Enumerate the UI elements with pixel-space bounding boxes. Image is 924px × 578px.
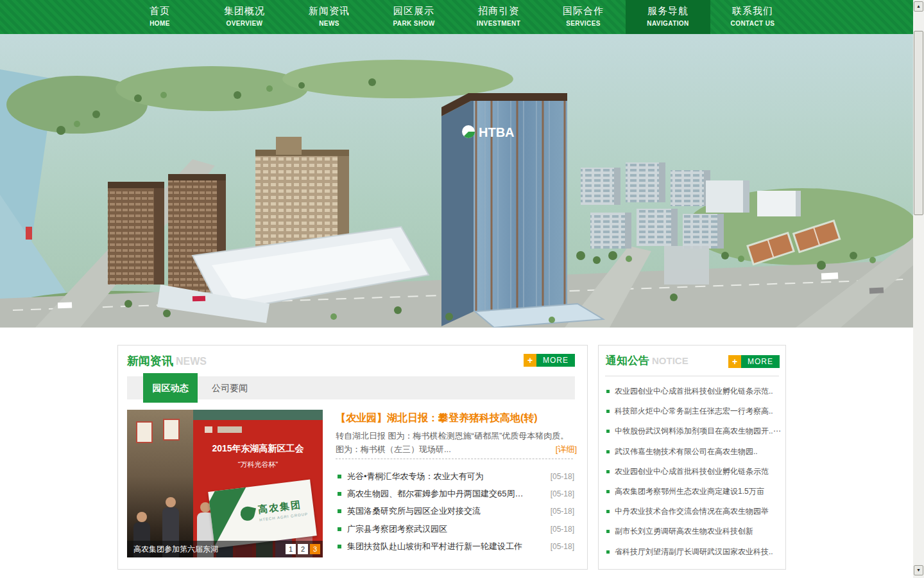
nav-items: 首页 HOME 集团概况 OVERVIEW 新闻资讯 NEWS 园区展示 PAR…	[117, 0, 795, 34]
notice-divider	[605, 376, 779, 376]
bullet-icon	[338, 527, 341, 531]
news-item-date: [05-18]	[545, 472, 574, 481]
notice-item-title: 省科技厅刘望清副厅长调研武汉国家农业科技..	[615, 547, 773, 557]
nav-item-news[interactable]: 新闻资讯 NEWS	[287, 0, 372, 34]
news-panel: 新闻资讯NEWS + MORE 园区动态 公司要闻 2015年东湖高新区工会 “…	[117, 345, 588, 570]
nav-label-zh: 首页	[117, 5, 202, 17]
news-item-date: [05-18]	[545, 542, 574, 551]
news-item-title: 集团扶贫队赴山坡街和平村进行新一轮建设工作	[347, 541, 522, 552]
nav-label-en: NAVIGATION	[626, 20, 710, 27]
featured-article-title[interactable]: 【农业园】湖北日报：攀登养猪科技高地(转)	[336, 412, 579, 425]
top-navigation: 首页 HOME 集团概况 OVERVIEW 新闻资讯 NEWS 园区展示 PAR…	[0, 0, 913, 34]
notice-list-item[interactable]: 农业园创业中心成首批科技创业孵化链条示范..	[606, 381, 782, 401]
photo-banner-scene: 2015年东湖高新区工会 “万科光谷杯” 高农集团 HTECH AGRI GRO…	[193, 410, 323, 557]
nav-label-en: NEWS	[287, 20, 372, 27]
pager-1[interactable]: 1	[286, 544, 296, 554]
nav-label-en: INVESTMENT	[456, 20, 541, 27]
news-item-date: [05-18]	[545, 489, 574, 498]
news-list-item[interactable]: 高农生物园、都尔霍姆参加中丹两国建交65周… [05-18]	[338, 485, 574, 502]
bullet-icon	[338, 545, 341, 548]
bullet-icon	[338, 509, 341, 513]
more-label: MORE	[741, 355, 780, 368]
hero-image: HTBA	[0, 34, 913, 328]
bullet-icon	[606, 510, 610, 513]
nav-item-overview[interactable]: 集团概况 OVERVIEW	[202, 0, 287, 34]
notice-list-item[interactable]: 科技部火炬中心常务副主任张志宏一行考察高..	[606, 401, 782, 421]
bullet-icon	[606, 410, 610, 413]
htba-logo: HTBA	[462, 125, 515, 139]
news-item-title: 高农生物园、都尔霍姆参加中丹两国建交65周…	[347, 488, 523, 500]
nav-label-en: HOME	[117, 20, 202, 27]
notice-list-item[interactable]: 中丹农业技术合作交流会情况在高农生物园举	[606, 502, 782, 521]
notice-item-title: 副市长刘立勇调研高农生物农业科技创新	[615, 526, 753, 537]
news-slide-photo[interactable]: 2015年东湖高新区工会 “万科光谷杯” 高农集团 HTECH AGRI GRO…	[127, 410, 323, 557]
scroll-down-arrow[interactable]: ▼	[914, 565, 923, 575]
notice-item-title: 科技部火炬中心常务副主任张志宏一行考察高..	[615, 406, 773, 417]
more-label: MORE	[536, 354, 575, 367]
pager-3-active[interactable]: 3	[310, 544, 320, 554]
scroll-up-arrow[interactable]: ▲	[914, 1, 923, 12]
nav-item-services[interactable]: 国际合作 SERVICES	[541, 0, 626, 34]
bullet-icon	[606, 530, 610, 533]
wall-strip	[193, 410, 323, 420]
slide-caption-bar: 高农集团参加第六届东湖 1 2 3	[127, 541, 323, 557]
notice-list-item[interactable]: 副市长刘立勇调研高农生物农业科技创新	[606, 521, 782, 541]
nav-item-navigation[interactable]: 服务导航 NAVIGATION	[626, 0, 710, 34]
certificate-frame	[136, 421, 153, 443]
certificate-frame	[163, 419, 180, 441]
notice-list-item[interactable]: 武汉伟嘉生物技术有限公司在高农生物园..	[606, 442, 782, 462]
notice-panel: 通知公告NOTICE + MORE 农业园创业中心成首批科技创业孵化链条示范..…	[598, 345, 786, 570]
bullet-icon	[606, 550, 610, 554]
bullet-icon	[606, 450, 610, 453]
plus-icon: +	[728, 355, 741, 368]
notice-item-title: 武汉伟嘉生物技术有限公司在高农生物园..	[615, 446, 758, 457]
tab-park-news[interactable]: 园区动态	[143, 373, 198, 403]
notice-item-title: 高农集团考察鄂州生态农业商定建设1.5万亩	[615, 486, 764, 497]
dashed-divider	[336, 459, 573, 459]
nav-item-home[interactable]: 首页 HOME	[117, 0, 202, 34]
news-list-item[interactable]: 英国洛桑研究所与园区企业对接交流 [05-18]	[338, 503, 574, 520]
notice-item-title: 中丹农业技术合作交流会情况在高农生物园举	[615, 506, 769, 517]
banner-text-line2: “万科光谷杯”	[193, 460, 323, 469]
nav-label-zh: 新闻资讯	[287, 5, 372, 17]
notice-title-en: NOTICE	[652, 355, 689, 366]
nav-label-en: PARK SHOW	[372, 20, 456, 27]
nav-label-zh: 园区展示	[372, 5, 456, 17]
bullet-icon	[338, 492, 341, 496]
nav-item-investment[interactable]: 招商引资 INVESTMENT	[456, 0, 541, 34]
notice-list-item[interactable]: 农业园创业中心成首批科技创业孵化链条示范	[606, 462, 782, 482]
bullet-icon	[338, 475, 341, 478]
photo-left-scene	[127, 410, 193, 557]
notice-list-item[interactable]: 中牧股份武汉饲料添加剂项目在高农生物园开..⋯	[606, 421, 782, 441]
news-more-button[interactable]: + MORE	[524, 354, 575, 367]
featured-article-excerpt: 转自湖北日报 图为：梅书棋检测恩施“硒都黑”优质母本猪肉质。 图为：梅书棋（左三…	[336, 429, 572, 456]
nav-label-zh: 集团概况	[202, 5, 287, 17]
vertical-scrollbar[interactable]: ▲ ▼	[913, 0, 924, 578]
bullet-icon	[606, 490, 610, 493]
plus-icon: +	[524, 354, 536, 367]
detail-link[interactable]: [详细]	[556, 442, 577, 456]
notice-list-item[interactable]: 高农集团考察鄂州生态农业商定建设1.5万亩	[606, 482, 782, 502]
notice-item-title: 农业园创业中心成首批科技创业孵化链条示范	[615, 466, 769, 477]
pager-2[interactable]: 2	[298, 544, 308, 554]
news-list: 光谷•青桐汇华农专场：农业大有可为 [05-18] 高农生物园、都尔霍姆参加中丹…	[338, 468, 574, 556]
banner-text-line1: 2015年东湖高新区工会	[193, 443, 323, 455]
tab-company-news[interactable]: 公司要闻	[212, 376, 248, 399]
nav-label-zh: 服务导航	[626, 5, 710, 17]
bullet-icon	[606, 430, 610, 433]
nav-label-zh: 招商引资	[456, 5, 541, 17]
bullet-icon	[606, 470, 610, 473]
notice-list-item[interactable]: 省科技厅刘望清副厅长调研武汉国家农业科技..	[606, 542, 782, 562]
notice-more-button[interactable]: + MORE	[728, 355, 780, 368]
scrollbar-thumb[interactable]	[914, 31, 923, 215]
news-tab-bar: 园区动态 公司要闻	[127, 376, 575, 399]
news-title-en: NEWS	[176, 356, 207, 367]
news-list-item[interactable]: 广宗县考察团考察武汉园区 [05-18]	[338, 520, 574, 538]
news-list-item[interactable]: 光谷•青桐汇华农专场：农业大有可为 [05-18]	[338, 468, 574, 485]
notice-item-title: 中牧股份武汉饲料添加剂项目在高农生物园开..⋯	[615, 426, 781, 437]
news-list-item[interactable]: 集团扶贫队赴山坡街和平村进行新一轮建设工作 [05-18]	[338, 538, 574, 556]
htba-logo-text: HTBA	[479, 125, 515, 139]
nav-item-park-show[interactable]: 园区展示 PARK SHOW	[372, 0, 456, 34]
nav-item-contact[interactable]: 联系我们 CONTACT US	[710, 0, 795, 34]
notice-title-zh: 通知公告	[606, 355, 649, 367]
